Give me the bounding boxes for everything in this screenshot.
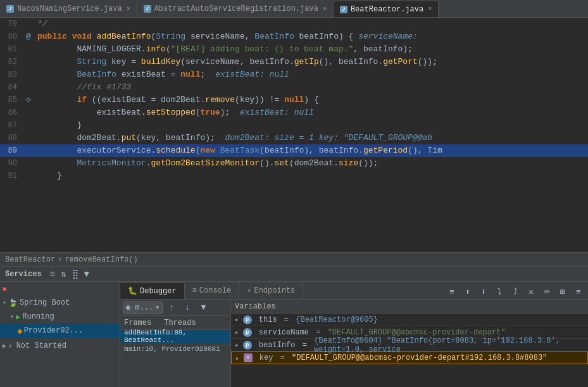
debug-icon-dl[interactable]: ⤵ [492,285,506,299]
line-num-86: 86 [0,106,22,119]
tree-item-provider[interactable]: ◉ Provider02... [0,324,120,338]
running-icon: ▶ [16,312,20,322]
line-num-85: 85 [0,94,22,106]
var-item-key[interactable]: ▸ ≡ key = "DEFAULT_GROUP@@abcmsc-provide… [231,352,588,364]
tab-close-nacos[interactable]: × [127,6,130,13]
not-started-arrow: ▶ [3,342,6,350]
tree-item-not-started[interactable]: ▶ ✗ Not Started [0,339,120,353]
tree-item-stop-red[interactable]: ■ [0,282,120,296]
line-content-91: } [35,170,588,182]
frames-threads-header: Frames Threads [120,316,230,330]
tab-beat[interactable]: J BeatReactor.java × [334,1,439,17]
frame-up-btn[interactable]: ↑ [165,301,178,315]
endpoints-icon: ⚡ [247,286,251,296]
debug-icon-down[interactable]: ⬇ [477,285,491,299]
code-line-90: 90 MetricsMonitor.getDom2BeatSizeMonitor… [0,157,588,170]
tab-nacos[interactable]: J NacosNamingService.java × [0,1,137,17]
line-content-79: */ [35,18,588,30]
line-content-85: if ((existBeat = dom2Beat.remove(key)) !… [35,94,588,106]
code-line-88: 88 dom2Beat.put(key, beatInfo); dom2Beat… [0,132,588,144]
debug-content: ◉ m... ▾ ↑ ↓ ▼ Frames Threads addBeatInf… [120,300,588,387]
line-content-80: public void addBeatInfo(String serviceNa… [35,30,588,43]
var-expand-bi: ▸ [235,341,239,349]
debugger-icon: 🐛 [128,286,137,296]
line-content-90: MetricsMonitor.getDom2BeatSizeMonitor().… [35,157,588,170]
var-name-sn: serviceName [254,328,309,337]
debug-icon-eq[interactable]: ≡ [572,285,585,299]
tree-item-running[interactable]: ▾ ▶ Running [0,310,120,324]
services-tree: ■ ▾ 🍃 Spring Boot ▾ ▶ Running ◉ Provider… [0,282,120,387]
line-content-81: NAMING_LOGGER.info("[BEAT] adding beat: … [35,43,588,56]
code-line-84: 84 //fix #1733 [0,81,588,94]
var-eq-key: = [275,353,289,362]
debugger-panel: 🐛 Debugger ≡ Console ⚡ Endpoints ≡ ⬆ ⬇ ⤵… [120,282,588,387]
tab-close-abstract[interactable]: × [323,6,327,13]
debug-icon-list[interactable]: ≡ [445,285,459,299]
running-label: Running [22,312,54,321]
debug-icon-skip[interactable]: ⤴ [508,285,522,299]
tab-close-beat[interactable]: × [428,6,432,13]
code-line-87: 87 } [0,119,588,132]
running-arrow: ▾ [10,313,14,320]
frame-label-1: main:10, Provider028081 [124,345,220,353]
tree-item-spring-boot[interactable]: ▾ 🍃 Spring Boot [0,296,120,310]
debugger-label: Debugger [140,287,177,296]
var-name-this: this [254,315,277,324]
code-line-81: 81 NAMING_LOGGER.info("[BEAT] adding bea… [0,43,588,56]
line-num-89: 89 [0,144,22,157]
spring-boot-icon: 🍃 [8,298,18,308]
code-line-89: 89 executorService.schedule(new BeatTask… [0,144,588,157]
var-item-this[interactable]: ▸ p this = {BeatReactor@9605} [231,314,588,326]
variables-panel: Variables ▸ p this = {BeatReactor@9605} … [231,300,588,387]
thread-dropdown[interactable]: ◉ m... ▾ [123,301,163,314]
line-content-82: String key = buildKey(serviceName, beatI… [35,56,588,68]
services-icon-1[interactable]: ≡ [47,269,58,280]
line-content-87: } [35,119,588,132]
frame-item-0[interactable]: addBeatInfo:89, BeatReact... [120,330,230,343]
var-icon-sn: p [243,328,252,337]
tab-label-nacos: NacosNamingService.java [17,4,122,13]
code-line-86: 86 existBeat.setStopped(true); existBeat… [0,106,588,119]
tab-debugger[interactable]: 🐛 Debugger [120,282,185,299]
thread-dropdown-label: ◉ m... [126,303,153,312]
frame-item-1[interactable]: main:10, Provider028081 [120,343,230,355]
code-line-80: 80 @ public void addBeatInfo(String serv… [0,30,588,43]
var-expand-sn: ▸ [235,328,239,336]
line-num-88: 88 [0,132,22,144]
code-line-91: 91 } [0,170,588,182]
tab-console[interactable]: ≡ Console [185,282,240,299]
line-num-90: 90 [0,157,22,170]
provider-label: Provider02... [24,326,84,335]
frames-toolbar: ◉ m... ▾ ↑ ↓ ▼ [120,300,230,316]
stop-icon: ■ [3,286,6,293]
threads-header-label: Threads [164,319,196,327]
endpoints-label: Endpoints [254,286,295,295]
frame-down-btn[interactable]: ↓ [180,301,194,315]
line-gutter-80: @ [22,30,35,43]
tab-endpoints[interactable]: ⚡ Endpoints [239,282,303,299]
var-expand-this: ▸ [235,315,239,324]
tab-abstract[interactable]: J AbstractAutoServiceRegistration.java × [137,1,334,17]
line-num-79: 79 [0,18,22,30]
var-item-beatinfo[interactable]: ▸ p beatInfo = {BeatInfo@9604} "BeatInfo… [231,339,588,352]
line-num-83: 83 [0,68,22,81]
services-icon-3[interactable]: ⣿ [70,269,81,280]
frame-filter-btn[interactable]: ▼ [196,301,210,315]
vars-header: Variables [231,300,588,314]
spring-boot-arrow: ▾ [3,299,6,307]
line-content-84: //fix #1733 [35,81,588,94]
services-icon-4[interactable]: ▼ [81,269,92,280]
line-num-80: 80 [0,30,22,43]
tab-label-abstract: AbstractAutoServiceRegistration.java [154,4,318,13]
var-eq-sn: = [311,328,325,337]
services-icon-2[interactable]: ⇅ [58,269,70,280]
breadcrumb-class[interactable]: BeatReactor [5,255,55,264]
breadcrumb-method[interactable]: removeBeatInfo() [65,255,137,264]
line-num-91: 91 [0,170,22,182]
debug-icon-calc[interactable]: ⌨ [540,285,554,299]
frame-label-0: addBeatInfo:89, BeatReact... [124,329,227,344]
debug-icon-grid[interactable]: ⊞ [556,285,570,299]
debug-icon-x[interactable]: ✕ [524,285,538,299]
debug-icon-up[interactable]: ⬆ [461,285,475,299]
dropdown-arrow: ▾ [155,303,160,312]
